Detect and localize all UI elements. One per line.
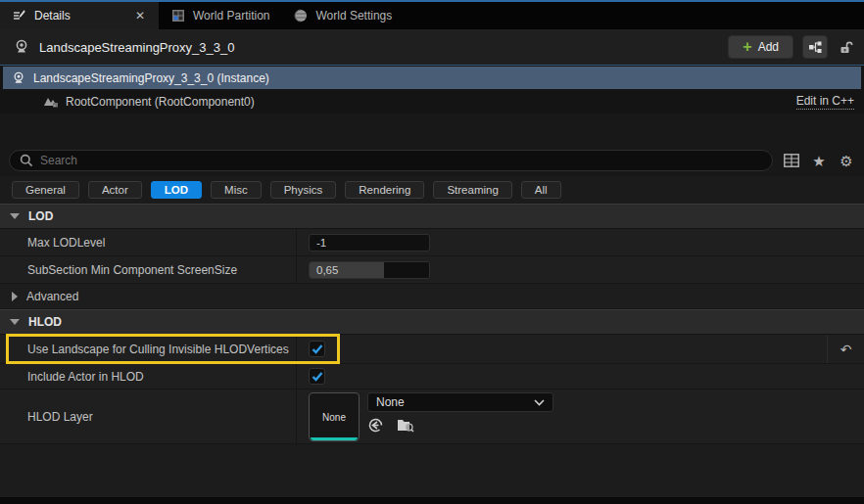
browse-to-asset-icon[interactable]	[397, 418, 414, 433]
advanced-label: Advanced	[26, 290, 78, 303]
check-icon	[312, 344, 323, 354]
search-box[interactable]	[9, 150, 773, 171]
tab-label: World Partition	[193, 9, 269, 23]
section-title: HLOD	[28, 315, 62, 329]
property-row-hlod-layer: HLOD Layer None None	[0, 389, 864, 444]
instance-label: LandscapeStreamingProxy_3_3_0 (Instance)	[33, 71, 269, 85]
filter-rendering[interactable]: Rendering	[345, 181, 424, 199]
asset-thumbnail[interactable]: None	[309, 392, 360, 441]
edit-in-cpp-link[interactable]: Edit in C++	[796, 94, 854, 110]
filter-general[interactable]: General	[12, 181, 79, 199]
details-icon	[12, 8, 27, 23]
tree-row-instance[interactable]: LandscapeStreamingProxy_3_3_0 (Instance)	[3, 67, 861, 89]
search-icon	[20, 154, 33, 167]
reset-to-default-button[interactable]: ↶	[827, 335, 864, 363]
chevron-down-icon	[10, 319, 20, 325]
dropdown-value: None	[376, 395, 405, 409]
world-settings-icon	[293, 8, 309, 23]
asset-type-color-bar	[311, 437, 358, 440]
spacer	[0, 114, 864, 145]
search-input[interactable]	[40, 154, 762, 167]
section-header-hlod[interactable]: HLOD	[0, 309, 864, 335]
advanced-expander[interactable]: Advanced	[0, 284, 864, 309]
chevron-down-icon	[534, 399, 545, 406]
close-icon[interactable]: ✕	[133, 9, 147, 23]
panel-bottom-edge	[0, 497, 864, 504]
subsection-min-screensize-slider[interactable]: 0,65	[309, 261, 430, 279]
world-partition-icon	[170, 8, 186, 23]
chevron-down-icon	[10, 213, 20, 219]
plus-icon: +	[743, 39, 751, 55]
actor-icon	[11, 70, 26, 86]
root-component-label: RootComponent (RootComponent0)	[66, 95, 255, 109]
page-title: LandscapeStreamingProxy_3_3_0	[39, 40, 234, 55]
use-selected-asset-icon[interactable]	[367, 417, 384, 434]
section-title: LOD	[28, 209, 53, 223]
svg-text:c: c	[54, 103, 56, 108]
tab-label: Details	[34, 9, 71, 23]
tree-row-root-component[interactable]: c RootComponent (RootComponent0) Edit in…	[0, 89, 864, 114]
landscape-component-icon: c	[43, 94, 59, 110]
search-row: ★ ⚙	[0, 145, 864, 176]
favorites-star-icon[interactable]: ★	[810, 152, 828, 169]
component-tree: LandscapeStreamingProxy_3_3_0 (Instance)…	[0, 65, 864, 114]
filter-actor[interactable]: Actor	[88, 181, 142, 199]
add-button[interactable]: + Add	[728, 35, 793, 59]
property-row-use-landscape-culling: Use Landscape for Culling Invisible HLOD…	[0, 335, 864, 364]
thumbnail-label: None	[322, 412, 346, 423]
property-row-max-lod-level: Max LODLevel -1	[0, 229, 864, 256]
tab-label: World Settings	[315, 9, 392, 23]
filter-physics[interactable]: Physics	[270, 181, 337, 199]
settings-gear-icon[interactable]: ⚙	[838, 152, 855, 169]
hlod-layer-dropdown[interactable]: None	[367, 392, 553, 412]
add-button-label: Add	[758, 40, 779, 54]
empty-panel-area	[0, 444, 864, 497]
actor-icon	[14, 39, 29, 55]
property-label: HLOD Layer	[0, 389, 297, 443]
tab-world-settings[interactable]: World Settings	[281, 2, 404, 29]
property-label: Use Landscape for Culling Invisible HLOD…	[0, 335, 297, 363]
filter-streaming[interactable]: Streaming	[433, 181, 511, 199]
tab-details[interactable]: Details ✕	[0, 2, 159, 29]
property-row-include-actor-hlod: Include Actor in HLOD	[0, 364, 864, 389]
filter-lod[interactable]: LOD	[151, 181, 202, 199]
check-icon	[312, 372, 323, 382]
blueprint-hierarchy-button[interactable]	[802, 35, 828, 59]
use-landscape-checkbox[interactable]	[309, 341, 325, 357]
category-filter-bar: General Actor LOD Misc Physics Rendering…	[0, 176, 864, 204]
node-graph-icon	[808, 41, 823, 54]
chevron-right-icon	[12, 292, 18, 301]
filter-all[interactable]: All	[521, 181, 561, 199]
tab-bar: Details ✕ World Partition World Settings	[0, 2, 864, 29]
unlock-icon[interactable]	[837, 38, 854, 56]
display-filter-icon[interactable]	[783, 152, 800, 169]
tab-world-partition[interactable]: World Partition	[159, 2, 281, 29]
filter-misc[interactable]: Misc	[211, 181, 262, 199]
include-actor-checkbox[interactable]	[309, 368, 325, 385]
property-label: SubSection Min Component ScreenSize	[0, 256, 297, 283]
details-header: LandscapeStreamingProxy_3_3_0 + Add	[0, 29, 864, 65]
section-header-lod[interactable]: LOD	[0, 204, 864, 229]
property-row-subsection-min-screensize: SubSection Min Component ScreenSize 0,65	[0, 256, 864, 284]
property-label: Max LODLevel	[0, 229, 297, 255]
max-lod-level-input[interactable]: -1	[309, 234, 430, 252]
property-label: Include Actor in HLOD	[0, 364, 297, 389]
